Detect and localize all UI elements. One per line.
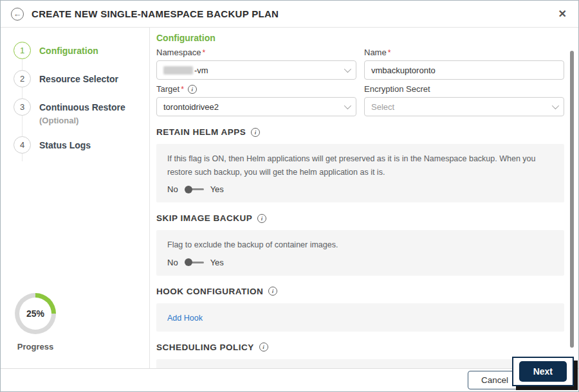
step-label: Resource Selector <box>39 74 118 84</box>
retain-helm-apps-panel: If this flag is ON, then Helm applicatio… <box>156 144 564 202</box>
dialog-header: ← CREATE NEW SINGLE-NAMESPACE BACKUP PLA… <box>1 1 578 28</box>
info-icon[interactable]: i <box>259 343 268 352</box>
toggle-knob <box>185 186 192 193</box>
step-continuous-restore[interactable]: 3 Continuous Restore <box>14 98 149 116</box>
create-backup-plan-dialog: ← CREATE NEW SINGLE-NAMESPACE BACKUP PLA… <box>0 0 579 392</box>
progress-indicator: 25% Progress <box>15 293 56 352</box>
scheduling-policy-title: SCHEDULING POLICY i <box>156 343 564 352</box>
info-icon[interactable]: i <box>257 214 266 223</box>
target-label: Target* i <box>156 84 356 94</box>
chevron-down-icon <box>344 102 351 109</box>
hook-configuration-panel: Add Hook <box>156 303 564 332</box>
add-hook-link[interactable]: Add Hook <box>167 314 203 323</box>
toggle-yes-label: Yes <box>210 258 224 267</box>
target-select[interactable]: torontoidrivee2 <box>156 97 356 116</box>
name-input[interactable] <box>364 60 564 80</box>
target-value: torontoidrivee2 <box>163 102 219 112</box>
next-button-highlight-box: Next <box>512 357 574 386</box>
close-button[interactable]: ✕ <box>558 8 567 20</box>
info-icon[interactable]: i <box>251 128 260 137</box>
required-asterisk: * <box>388 48 391 57</box>
step-status-logs[interactable]: 4 Status Logs <box>14 136 149 154</box>
step-label: Configuration <box>39 46 98 56</box>
step-number: 2 <box>14 70 31 87</box>
step-number: 1 <box>14 42 31 59</box>
back-button[interactable]: ← <box>11 8 24 21</box>
scheduling-policy-panel: Full Backup: Adding a full backup policy… <box>156 359 564 368</box>
retain-helm-apps-description: If this flag is ON, then Helm applicatio… <box>167 152 553 179</box>
skip-image-backup-toggle[interactable] <box>185 258 204 266</box>
step-label: Status Logs <box>39 140 91 150</box>
full-backup-description: Full Backup: Adding a full backup policy… <box>167 368 553 368</box>
name-label: Name* <box>364 48 564 57</box>
required-asterisk: * <box>181 85 184 94</box>
retain-helm-apps-title: RETAIN HELM APPS i <box>156 127 564 137</box>
progress-percent: 25% <box>19 298 51 330</box>
encryption-secret-select[interactable]: Select <box>364 97 564 116</box>
next-button[interactable]: Next <box>519 361 567 382</box>
chevron-down-icon <box>552 102 559 109</box>
configuration-heading: Configuration <box>156 33 564 43</box>
retain-helm-apps-toggle[interactable] <box>185 186 204 193</box>
back-arrow-icon: ← <box>14 10 22 18</box>
encryption-secret-placeholder: Select <box>371 102 394 112</box>
step-configuration[interactable]: 1 Configuration <box>14 42 149 59</box>
encryption-secret-label: Encryption Secret <box>364 84 564 94</box>
step-optional-sublabel: (Optional) <box>39 116 149 125</box>
required-asterisk: * <box>202 48 205 57</box>
progress-label: Progress <box>15 342 56 352</box>
toggle-yes-label: Yes <box>210 184 224 194</box>
configuration-panel: Configuration Namespace* -vm Name* <box>150 28 578 368</box>
info-icon[interactable]: i <box>268 287 277 296</box>
info-icon[interactable]: i <box>188 85 197 94</box>
step-label: Continuous Restore <box>39 102 125 112</box>
chevron-down-icon <box>344 66 351 73</box>
steps-sidebar: 1 Configuration 2 Resource Selector 3 Co… <box>1 28 150 368</box>
namespace-value-suffix: -vm <box>194 66 208 75</box>
step-number: 4 <box>14 136 31 154</box>
step-number: 3 <box>14 98 31 116</box>
toggle-knob <box>185 258 192 266</box>
skip-image-backup-panel: Flag to exclude the backup of container … <box>156 230 564 276</box>
skip-image-backup-title: SKIP IMAGE BACKUP i <box>156 213 564 223</box>
skip-image-backup-description: Flag to exclude the backup of container … <box>167 238 553 252</box>
namespace-select[interactable]: -vm <box>156 60 356 80</box>
toggle-no-label: No <box>167 184 178 194</box>
hook-configuration-title: HOOK CONFIGURATION i <box>156 287 564 296</box>
dialog-footer: Cancel <box>1 368 578 391</box>
step-resource-selector[interactable]: 2 Resource Selector <box>14 70 149 87</box>
page-title: CREATE NEW SINGLE-NAMESPACE BACKUP PLAN <box>32 8 279 19</box>
scrollbar-thumb[interactable] <box>570 51 574 348</box>
redacted-namespace-value <box>163 66 193 75</box>
namespace-label: Namespace* <box>156 48 356 57</box>
toggle-no-label: No <box>167 258 178 267</box>
close-icon: ✕ <box>558 8 567 19</box>
progress-donut: 25% <box>15 293 56 334</box>
